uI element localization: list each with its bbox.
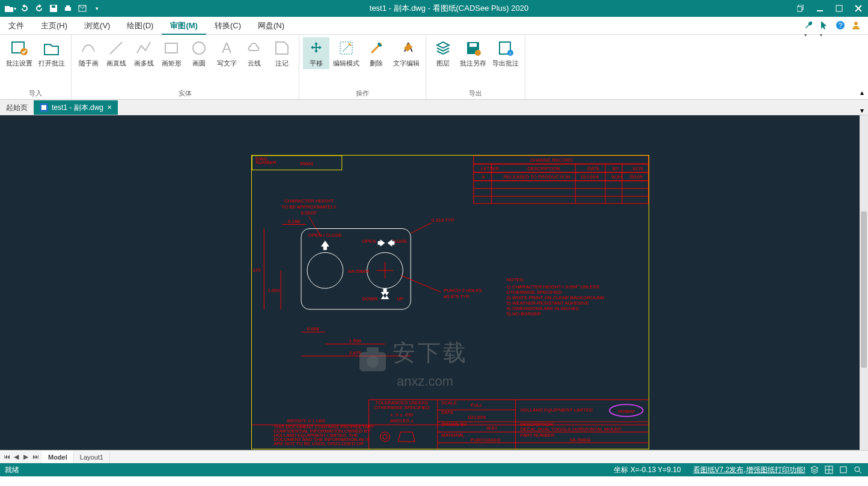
layout-prev-icon[interactable]: ◀ <box>12 453 20 461</box>
svg-text:LETTER: LETTER <box>481 166 500 171</box>
svg-point-24 <box>475 50 481 56</box>
layout-first-icon[interactable]: ⏮ <box>2 453 11 461</box>
menu-convert[interactable]: 转换(C) <box>206 17 249 35</box>
layout-last-icon[interactable]: ⏭ <box>31 453 40 461</box>
ribbon: 批注设置 打开批注 导入 随手画 画直线 画多线 画矩形 画圆 A写文字 云线 … <box>0 35 868 100</box>
rectangle-button[interactable]: 画矩形 <box>158 37 185 69</box>
svg-text:DRAWN BY: DRAWN BY <box>441 422 467 427</box>
undo-icon[interactable] <box>18 2 31 15</box>
layout-tab-model[interactable]: Model <box>42 451 74 463</box>
start-page-tab[interactable]: 起始页 <box>0 100 34 115</box>
status-layers-icon[interactable] <box>809 464 820 475</box>
statusbar: 就绪 坐标 X=-0.13 Y=9.10 看图纸V7.2发布,增强图纸打印功能! <box>0 463 868 476</box>
qat-dropdown-icon[interactable]: ▾ <box>90 2 103 15</box>
svg-text:RELEASED TO PRODUCTION: RELEASED TO PRODUCTION <box>504 174 570 180</box>
vertical-scrollbar[interactable] <box>860 115 868 450</box>
svg-text:ARE NOT TO BE USED, DISCLOSED : ARE NOT TO BE USED, DISCLOSED OR <box>274 441 364 446</box>
freehand-button[interactable]: 随手画 <box>75 37 102 69</box>
wrench-icon[interactable]: ▾ <box>804 20 815 31</box>
svg-text:DESCRIPTION: DESCRIPTION <box>527 166 560 171</box>
svg-text:XA-59004: XA-59004 <box>569 437 591 443</box>
menu-file[interactable]: 文件 <box>0 17 32 35</box>
edit-mode-button[interactable]: 编辑模式 <box>331 37 362 69</box>
svg-text:ECN: ECN <box>633 166 643 171</box>
pan-button[interactable]: 平移 <box>303 37 329 69</box>
cloud-button[interactable]: 云线 <box>241 37 267 69</box>
svg-text:5) NO BORDER: 5) NO BORDER <box>507 311 542 317</box>
svg-text:OPEN / CLOSE: OPEN / CLOSE <box>308 232 342 238</box>
menu-home[interactable]: 主页(H) <box>32 17 76 35</box>
menu-review[interactable]: 审图(M) <box>162 17 206 35</box>
ribbon-collapse-icon[interactable]: ▴ <box>856 35 868 99</box>
menubar-right: ▾ ▾ ? <box>804 20 868 31</box>
menu-view[interactable]: 浏览(V) <box>76 17 118 35</box>
svg-text:10/13/04: 10/13/04 <box>467 415 486 420</box>
svg-text:3) WEATHER-RESISTANT ADHESIVE: 3) WEATHER-RESISTANT ADHESIVE <box>507 300 589 306</box>
save-icon[interactable] <box>47 2 60 15</box>
status-zoom-icon[interactable] <box>852 464 863 475</box>
svg-text:0.688: 0.688 <box>307 326 319 332</box>
svg-point-18 <box>193 42 205 54</box>
menu-tabs: 文件 主页(H) 浏览(V) 绘图(D) 审图(M) 转换(C) 网盘(N) ▾… <box>0 17 868 35</box>
svg-point-60 <box>307 252 343 288</box>
help-icon[interactable]: ? <box>836 20 846 31</box>
export-annotation-button[interactable]: i导出批注 <box>490 37 521 69</box>
menu-netdisk[interactable]: 网盘(N) <box>249 17 293 35</box>
svg-text:29109: 29109 <box>629 174 643 180</box>
group-label: 操作 <box>356 89 369 98</box>
redo-icon[interactable] <box>32 2 46 15</box>
window-controls <box>791 0 868 17</box>
svg-text:59004: 59004 <box>300 161 314 166</box>
user-icon[interactable] <box>851 20 862 31</box>
svg-text:A: A <box>482 174 486 180</box>
annotation-settings-button[interactable]: 批注设置 <box>4 37 35 69</box>
circle-button[interactable]: 画圆 <box>186 37 212 69</box>
status-fullscreen-icon[interactable] <box>838 464 849 475</box>
delete-button[interactable]: 删除 <box>363 37 390 69</box>
svg-text:SCALE: SCALE <box>441 400 457 406</box>
save-annotation-button[interactable]: 批注另存 <box>457 37 489 69</box>
text-edit-button[interactable]: A文字编辑 <box>391 37 422 69</box>
cursor-icon[interactable]: ▾ <box>820 20 831 31</box>
file-tab[interactable]: test1 - 副本.dwg ✕ <box>34 100 118 115</box>
open-annotation-button[interactable]: 打开批注 <box>36 37 67 69</box>
maximize-button[interactable] <box>830 0 849 17</box>
document-tabs: 起始页 test1 - 副本.dwg ✕ ▾ <box>0 100 868 115</box>
layout-next-icon[interactable]: ▶ <box>22 453 30 461</box>
svg-rect-1 <box>52 5 55 8</box>
svg-text:0.313 TYP: 0.313 TYP <box>432 217 454 223</box>
status-grid-icon[interactable] <box>824 464 834 475</box>
tabs-dropdown-icon[interactable]: ▾ <box>856 106 868 115</box>
svg-text:0.0625": 0.0625" <box>301 210 317 216</box>
svg-text:TO BE APPROXIMATELY: TO BE APPROXIMATELY <box>281 204 337 210</box>
svg-text:⌀0.875 TYP.: ⌀0.875 TYP. <box>444 294 470 299</box>
svg-rect-23 <box>469 43 477 47</box>
print-icon[interactable] <box>61 2 75 15</box>
svg-text:WJH: WJH <box>486 425 497 431</box>
minimize-button[interactable] <box>810 0 830 17</box>
line-button[interactable]: 画直线 <box>103 37 129 69</box>
svg-text:?: ? <box>839 22 842 29</box>
menu-draw[interactable]: 绘图(D) <box>118 17 162 35</box>
svg-text:2.875: 2.875 <box>349 350 361 356</box>
svg-point-137 <box>855 467 860 472</box>
scrollbar-thumb[interactable] <box>861 211 867 368</box>
titlebar: ▾ ▾ test1 - 副本.dwg - 看图纸(CADSee Plus) 20… <box>0 0 868 17</box>
email-icon[interactable] <box>76 2 89 15</box>
note-button[interactable]: 注记 <box>269 37 295 69</box>
drawing-canvas[interactable]: DWG NUMBER 59004 CHANGE RECORD LETTER DE… <box>0 115 868 450</box>
open-icon[interactable]: ▾ <box>4 2 17 15</box>
polyline-button[interactable]: 画多线 <box>130 37 157 69</box>
restore-down-button[interactable] <box>791 0 810 17</box>
text-button[interactable]: A写文字 <box>213 37 240 69</box>
svg-text:XA-59004: XA-59004 <box>348 269 370 274</box>
svg-rect-2 <box>65 7 71 11</box>
svg-text:DATE: DATE <box>441 410 454 415</box>
close-button[interactable] <box>849 0 868 17</box>
status-promo-link[interactable]: 看图纸V7.2发布,增强图纸打印功能! <box>693 465 805 475</box>
close-tab-icon[interactable]: ✕ <box>107 100 112 115</box>
layers-button[interactable]: 图层 <box>430 37 456 69</box>
svg-point-109 <box>382 434 387 439</box>
svg-rect-17 <box>165 43 177 53</box>
layout-tab-layout1[interactable]: Layout1 <box>74 451 110 463</box>
